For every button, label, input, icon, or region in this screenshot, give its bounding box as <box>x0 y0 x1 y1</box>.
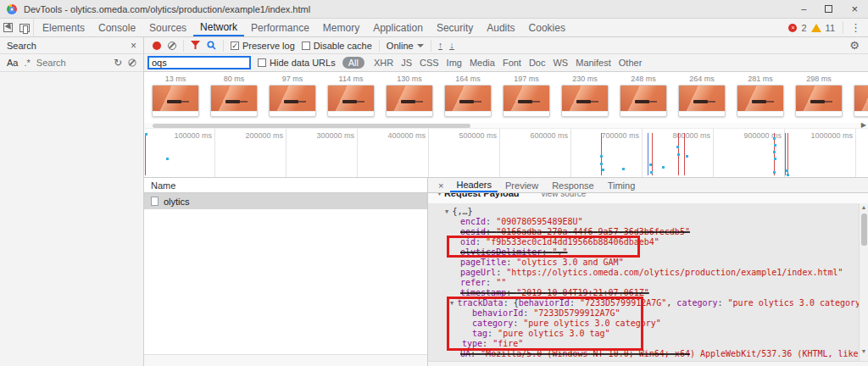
triangle-down-icon[interactable]: ▼ <box>437 193 444 197</box>
details-scrollbar[interactable]: ▲ ▼ <box>859 203 868 361</box>
filter-type-manifest[interactable]: Manifest <box>576 58 611 68</box>
filter-icon[interactable] <box>191 41 200 50</box>
filmstrip-thumbnail[interactable] <box>678 85 726 117</box>
filmstrip-thumbnail[interactable] <box>269 85 316 117</box>
device-toolbar-icon[interactable] <box>19 24 30 32</box>
payload-line[interactable]: olyticsDelimiter: "," <box>428 247 868 258</box>
scroll-right-icon[interactable]: ▶ <box>861 121 866 129</box>
payload-line[interactable]: tag: "pure olytics 3.0 tag" <box>428 329 868 339</box>
payload-line[interactable]: timestamp: "2019-10-04T19:21:07.061Z" <box>428 288 868 298</box>
payload-line[interactable]: UA: "Mozilla/5.0 (Windows NT 10.0; Win64… <box>428 349 868 359</box>
tab-sources[interactable]: Sources <box>142 19 193 36</box>
match-case-toggle[interactable]: Aa <box>7 58 18 68</box>
column-header-name[interactable]: Name <box>144 178 427 193</box>
filmstrip-frame: 298 ms <box>795 74 843 123</box>
payload-line[interactable]: oid: "f9b533ec0c1d4dd19566b88406dbaeb4" <box>428 237 868 247</box>
filter-type-doc[interactable]: Doc <box>529 58 546 68</box>
payload-line[interactable]: encId: "090780595489E8U" <box>428 217 868 227</box>
record-icon[interactable] <box>153 42 161 50</box>
error-count[interactable]: 2 <box>801 23 806 33</box>
filmstrip-thumbnail[interactable] <box>737 85 784 117</box>
table-row[interactable]: olytics <box>144 193 427 209</box>
filmstrip-thumbnail[interactable] <box>210 85 258 117</box>
tab-network[interactable]: Network <box>193 19 244 36</box>
search-network-icon[interactable] <box>207 41 216 50</box>
preserve-log-checkbox[interactable]: ✓ Preserve log <box>231 41 295 51</box>
tab-application[interactable]: Application <box>366 19 430 36</box>
payload-line[interactable]: ▼ trackData: {behaviorId: "7233D5799912A… <box>428 298 868 308</box>
scroll-down-icon[interactable]: ▼ <box>860 348 868 354</box>
regex-toggle[interactable]: .* <box>24 58 30 68</box>
disable-cache-checkbox[interactable]: Disable cache <box>302 41 372 51</box>
frame-timestamp: 230 ms <box>561 74 609 85</box>
payload-line[interactable]: type: "fire" <box>428 339 868 349</box>
refresh-icon[interactable]: ↻ <box>114 57 122 69</box>
timeline-overview[interactable]: 100000 ms200000 ms300000 ms400000 ms5000… <box>144 129 868 178</box>
filter-type-xhr[interactable]: XHR <box>374 58 393 68</box>
details-tab-preview[interactable]: Preview <box>499 178 544 192</box>
filter-type-font[interactable]: Font <box>503 58 521 68</box>
close-button[interactable]: × <box>851 4 858 14</box>
filter-type-other[interactable]: Other <box>619 58 643 68</box>
filmstrip-thumbnail[interactable] <box>152 85 199 117</box>
payload-line[interactable]: behaviorId: "7233D5799912A7G" <box>428 308 868 319</box>
filmstrip-thumbnail[interactable] <box>327 85 375 117</box>
timeline-tick: 400000 ms <box>358 129 429 177</box>
payload-line[interactable]: category: "pure olytics 3.0 category" <box>428 319 868 329</box>
filmstrip-scrollbar[interactable]: ▶ <box>144 123 868 129</box>
hide-data-urls-checkbox[interactable]: Hide data URLs <box>258 58 336 68</box>
filmstrip-thumbnail[interactable] <box>503 85 550 117</box>
export-har-icon[interactable]: ↑ <box>438 41 443 50</box>
restore-button[interactable] <box>825 5 832 13</box>
inspect-element-icon[interactable] <box>3 23 13 32</box>
checkbox-unchecked-icon[interactable] <box>302 42 310 50</box>
warning-count[interactable]: 11 <box>826 23 835 33</box>
payload-line[interactable]: refer: "" <box>428 278 868 288</box>
payload-line[interactable]: pageTitle: "olytics 3.0 and GAM" <box>428 258 868 268</box>
scroll-up-icon[interactable]: ▲ <box>860 204 868 210</box>
throttling-dropdown[interactable]: Online <box>387 41 424 51</box>
view-source-link[interactable]: view source <box>542 193 587 198</box>
filmstrip-thumbnail[interactable] <box>561 85 609 117</box>
filter-type-img[interactable]: Img <box>447 58 462 68</box>
request-rows: olytics <box>144 193 427 209</box>
tab-audits[interactable]: Audits <box>480 19 521 36</box>
payload-line[interactable]: oesid: "0166adba-270a-44f6-9a57-36d3b6fe… <box>428 227 868 237</box>
tab-security[interactable]: Security <box>430 19 480 36</box>
clear-search-icon[interactable] <box>129 59 136 67</box>
details-tab-headers[interactable]: Headers <box>450 178 498 192</box>
tab-performance[interactable]: Performance <box>244 19 316 36</box>
filter-type-media[interactable]: Media <box>470 58 495 68</box>
tab-console[interactable]: Console <box>92 19 142 36</box>
tab-elements[interactable]: Elements <box>36 19 92 36</box>
filmstrip-thumbnail[interactable] <box>444 85 492 117</box>
checkbox-checked-icon[interactable]: ✓ <box>231 42 239 50</box>
more-options-icon[interactable]: ⋮ <box>843 21 861 34</box>
filter-type-ws[interactable]: WS <box>553 58 568 68</box>
checkbox-unchecked-icon[interactable] <box>258 58 266 67</box>
tab-memory[interactable]: Memory <box>316 19 366 36</box>
search-panel-close-icon[interactable]: × <box>131 40 136 52</box>
filmstrip-thumbnail[interactable] <box>795 85 843 117</box>
payload-line[interactable]: ▼ {,…} <box>428 207 868 217</box>
search-input[interactable] <box>36 58 108 68</box>
scrollbar-thumb[interactable] <box>153 124 470 128</box>
import-har-icon[interactable]: ↓ <box>449 41 454 50</box>
minimize-button[interactable]: – <box>801 4 806 14</box>
filmstrip-thumbnail[interactable] <box>620 85 667 117</box>
scrollbar-thumb[interactable] <box>861 214 867 246</box>
filmstrip-thumbnail[interactable] <box>386 85 433 117</box>
clear-network-icon[interactable] <box>168 42 176 50</box>
filter-type-all[interactable]: All <box>342 57 364 69</box>
tab-cookies[interactable]: Cookies <box>522 19 572 36</box>
filmstrip-thumbnail[interactable] <box>854 85 868 117</box>
payload-line[interactable]: pageUrl: "https://olytics.omeda.com/olyt… <box>428 268 868 278</box>
close-details-icon[interactable]: × <box>433 178 448 192</box>
details-tab-timing[interactable]: Timing <box>602 178 642 192</box>
details-tab-response[interactable]: Response <box>546 178 600 192</box>
filter-type-js[interactable]: JS <box>401 58 412 68</box>
gear-icon[interactable]: ⚙ <box>849 39 860 52</box>
filter-type-css[interactable]: CSS <box>420 58 439 68</box>
timeline-event-red <box>652 133 653 175</box>
filter-input[interactable] <box>147 56 251 69</box>
